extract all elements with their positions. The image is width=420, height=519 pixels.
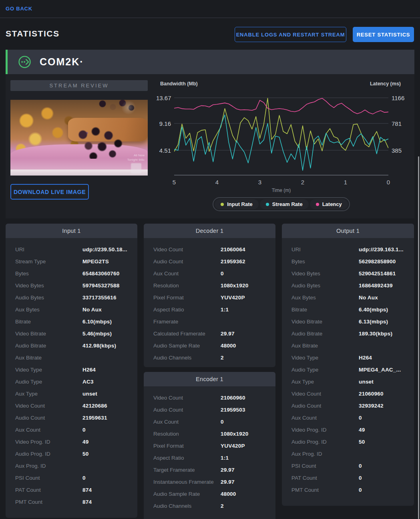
panel-encoder-1: Encoder 1 Video Count21060960Audio Count…	[144, 372, 275, 519]
stat-label: Audio Type	[291, 367, 359, 373]
stat-value: 189.30(kbps)	[359, 331, 392, 337]
right-axis-title: Latency (ms)	[370, 81, 401, 87]
stat-value: 29.97	[221, 467, 235, 473]
stat-row: Aux BytesNo Aux	[6, 303, 137, 315]
stat-value: 32939242	[359, 403, 384, 409]
x-axis-tick: 2	[301, 179, 304, 186]
stat-label: Aux Prog. ID	[291, 451, 359, 457]
stat-label: Aux Type	[15, 391, 82, 397]
stat-value: H264	[82, 367, 96, 373]
stat-label: Audio Count	[15, 415, 82, 421]
stat-value: 21959503	[221, 407, 245, 413]
reset-statistics-button[interactable]: RESET STATISTICS	[353, 27, 414, 42]
stat-value: 6.40(mbps)	[359, 307, 388, 313]
stat-value: 874	[82, 499, 92, 505]
stat-value: 1:1	[221, 455, 229, 461]
stat-row: Aux Count0	[6, 424, 137, 436]
stat-label: PAT Count	[291, 475, 359, 481]
legend-item-latency[interactable]: Latency	[310, 199, 348, 209]
stat-row: Stream TypeMPEG2TS	[6, 255, 137, 267]
legend-item-input-rate[interactable]: Input Rate	[215, 199, 259, 209]
stat-row: Audio Sample Rate48000	[144, 339, 275, 351]
download-live-image-button[interactable]: DOWNLOAD LIVE IMAGE	[10, 184, 89, 200]
stat-label: Bitrate	[15, 319, 82, 325]
stat-value: 0	[359, 487, 362, 493]
legend-item-stream-rate[interactable]: Stream Rate	[260, 199, 309, 209]
stat-label: Video Bytes	[291, 271, 359, 277]
device-header: COM2K·	[6, 50, 414, 74]
legend-label: Input Rate	[227, 201, 253, 207]
stat-value: 1080x1920	[221, 283, 248, 289]
stat-row: Audio Count21959503	[144, 404, 275, 416]
stat-row: URludp://239.50.18...	[6, 243, 137, 255]
stat-label: Aux Count	[15, 427, 82, 433]
panel-title: Encoder 1	[144, 372, 275, 386]
stat-row: Aux Typeunset	[6, 388, 137, 400]
stat-row: Video Count42120686	[6, 400, 137, 412]
stat-value: 2	[221, 355, 224, 361]
stat-label: Aspect Ratio	[153, 455, 221, 461]
stat-label: PMT Count	[291, 487, 359, 493]
stat-value: 6.10(mbps)	[82, 319, 112, 325]
preview-channel-logo	[131, 163, 141, 174]
x-axis-tick: 5	[173, 179, 176, 186]
stat-row: Audio Prog. ID50	[282, 436, 414, 448]
stat-label: Calculated Framerate	[153, 331, 221, 337]
stat-row: Target Framerate29.97	[144, 464, 275, 476]
stat-row: Video Bitrate5.46(mbps)	[6, 327, 137, 339]
stat-row: Video TypeH264	[6, 364, 137, 376]
stat-label: Video Count	[153, 395, 221, 401]
stat-label: Aux Bytes	[15, 307, 82, 313]
stat-row: Audio Sample Rate48000	[144, 488, 275, 500]
stat-row: Resolution1080x1920	[144, 279, 275, 291]
stat-value: 29.97	[221, 331, 235, 337]
stat-value: 48000	[221, 491, 236, 497]
stat-row: Video Bytes597945327588	[6, 279, 137, 291]
left-axis-tick: 13.67	[156, 95, 171, 101]
stat-label: Video Count	[15, 403, 82, 409]
stat-row: Audio Count21959362	[144, 255, 275, 267]
stat-row: Bytes654843060760	[6, 267, 137, 279]
divider	[0, 18, 420, 18]
stat-label: URl	[15, 246, 82, 252]
vertical-scrollbar[interactable]	[418, 156, 419, 519]
legend-label: Latency	[322, 201, 342, 207]
right-axis-tick: 781	[392, 120, 402, 127]
stat-value: 0	[221, 271, 224, 277]
x-axis-title: Time (m)	[174, 188, 388, 193]
stat-label: Audio Type	[15, 379, 82, 385]
stat-label: Pixel Format	[153, 295, 221, 301]
panel-title: Decoder 1	[144, 224, 275, 238]
stat-value: 0	[359, 475, 362, 481]
stat-row: Audio Bitrate189.30(kbps)	[282, 327, 414, 339]
stat-row: Video TypeH264	[282, 351, 414, 364]
enable-logs-restart-stream-button[interactable]: ENABLE LOGS AND RESTART STREAM	[235, 27, 346, 42]
stat-row: Audio Count32939242	[282, 400, 414, 412]
stat-row: Audio TypeMPEG4_AAC_...	[282, 364, 414, 376]
stat-label: Aux Count	[153, 419, 221, 425]
stat-value: 0	[82, 427, 86, 433]
stat-value: No Aux	[359, 295, 378, 301]
stat-label: Aux Bitrate	[291, 343, 359, 349]
stat-value: 16864892439	[359, 283, 393, 289]
stat-value: 562982858900	[359, 258, 396, 265]
stat-row: Audio TypeAC3	[6, 376, 137, 388]
stat-value: 5.46(mbps)	[82, 331, 112, 337]
stat-label: Video Type	[15, 367, 82, 373]
stat-label: PMT Count	[15, 499, 82, 505]
stat-value: YUV420P	[221, 443, 245, 449]
stat-label: Bitrate	[291, 307, 359, 313]
left-axis-tick: 4.51	[156, 147, 171, 154]
go-back-link[interactable]: GO BACK	[6, 6, 32, 12]
panel-title: Output 1	[282, 224, 414, 238]
stat-value: AC3	[82, 379, 94, 385]
stat-value: udp://239.163.1...	[359, 246, 404, 252]
stat-label: Target Framerate	[153, 467, 221, 473]
stat-row: Video Count21060064	[144, 243, 275, 255]
stat-label: Bytes	[291, 258, 359, 265]
stat-row: Pixel FormatYUV420P	[144, 440, 275, 452]
stat-label: Video Bitrate	[291, 319, 359, 325]
stat-value: 0	[359, 415, 362, 421]
stat-label: Bytes	[15, 271, 82, 277]
stat-value: 412.98(kbps)	[82, 343, 116, 349]
